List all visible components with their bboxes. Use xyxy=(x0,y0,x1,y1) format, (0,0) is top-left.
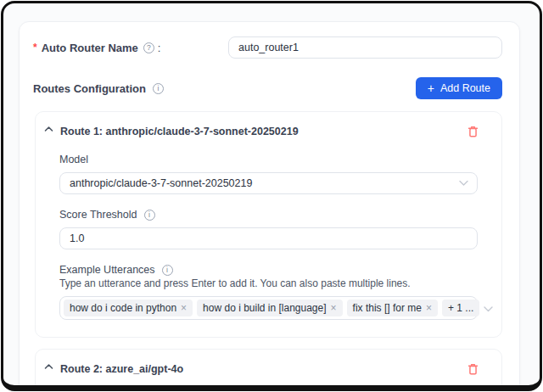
delete-route-button[interactable] xyxy=(467,125,479,138)
auto-router-name-label-text: Auto Router Name xyxy=(42,42,138,54)
utterance-tag: fix this [] for me × xyxy=(347,300,438,316)
model-select-value: anthropic/claude-3-7-sonnet-20250219 xyxy=(70,177,252,189)
utterances-help-text: Type an utterance and press Enter to add… xyxy=(59,277,478,289)
model-label-text: Model xyxy=(59,154,88,165)
route-1-title: Route 1: anthropic/claude-3-7-sonnet-202… xyxy=(60,126,299,137)
route-1-header: Route 1: anthropic/claude-3-7-sonnet-202… xyxy=(36,112,501,138)
chevron-down-icon xyxy=(484,306,493,312)
delete-route-button[interactable] xyxy=(467,362,479,376)
required-marker: * xyxy=(33,42,37,53)
route-2-header: Route 2: azure_ai/gpt-4o xyxy=(36,350,501,376)
more-tags-badge[interactable]: + 1 ... xyxy=(442,300,479,316)
info-icon[interactable]: i xyxy=(153,83,164,94)
utterance-tag-text: how do i code in python xyxy=(70,302,176,314)
score-threshold-input[interactable] xyxy=(59,227,478,249)
score-threshold-label-text: Score Threshold xyxy=(59,209,137,221)
name-row: * Auto Router Name ? : xyxy=(33,36,502,59)
route-card-2: Route 2: azure_ai/gpt-4o xyxy=(35,349,502,391)
route-2-title: Route 2: azure_ai/gpt-4o xyxy=(60,363,183,375)
info-icon[interactable]: i xyxy=(144,210,155,221)
utterance-tag-text: how do i build in [language] xyxy=(203,302,326,314)
auto-router-name-label: * Auto Router Name ? : xyxy=(33,42,228,54)
auto-router-name-input[interactable] xyxy=(228,36,502,59)
model-label: Model xyxy=(59,154,478,165)
add-route-button-label: Add Route xyxy=(440,82,490,94)
example-utterances-group: Example Utterances i Type an utterance a… xyxy=(59,264,478,320)
remove-tag-icon[interactable]: × xyxy=(426,303,432,313)
routes-config-row: Routes Configuration i + Add Route xyxy=(33,77,502,99)
routes-config-label: Routes Configuration i xyxy=(33,82,164,95)
utterance-tag-text: fix this [] for me xyxy=(353,302,422,314)
example-utterances-label-text: Example Utterances xyxy=(59,264,155,276)
collapse-button[interactable] xyxy=(44,126,53,132)
add-route-button[interactable]: + Add Route xyxy=(416,77,502,99)
model-select[interactable]: anthropic/claude-3-7-sonnet-20250219 xyxy=(59,172,478,194)
routes-config-label-text: Routes Configuration xyxy=(33,82,146,95)
trash-icon xyxy=(467,125,479,138)
chevron-up-icon xyxy=(44,363,53,370)
remove-tag-icon[interactable]: × xyxy=(331,303,337,313)
utterance-tag: how do i build in [language] × xyxy=(197,300,342,316)
utterances-tags-input[interactable]: how do i code in python × how do i build… xyxy=(59,296,478,320)
route-card-1: Route 1: anthropic/claude-3-7-sonnet-202… xyxy=(35,111,502,338)
score-threshold-group: Score Threshold i xyxy=(59,209,478,249)
info-icon[interactable]: i xyxy=(162,265,173,276)
label-colon: : xyxy=(158,42,161,54)
utterance-tag: how do i code in python × xyxy=(64,300,193,316)
model-group: Model anthropic/claude-3-7-sonnet-202502… xyxy=(59,154,478,194)
remove-tag-icon[interactable]: × xyxy=(181,303,187,313)
screenshot-frame: * Auto Router Name ? : Routes Configurat… xyxy=(1,1,542,391)
chevron-up-icon xyxy=(44,126,53,132)
plus-icon: + xyxy=(428,82,434,94)
collapse-button[interactable] xyxy=(44,363,53,370)
example-utterances-label: Example Utterances i xyxy=(59,264,478,276)
auto-router-form-card: * Auto Router Name ? : Routes Configurat… xyxy=(19,21,520,391)
route-1-body: Model anthropic/claude-3-7-sonnet-202502… xyxy=(36,138,501,337)
trash-icon xyxy=(467,362,479,376)
score-threshold-label: Score Threshold i xyxy=(59,209,478,221)
help-icon[interactable]: ? xyxy=(143,42,154,53)
chevron-down-icon xyxy=(459,181,468,187)
